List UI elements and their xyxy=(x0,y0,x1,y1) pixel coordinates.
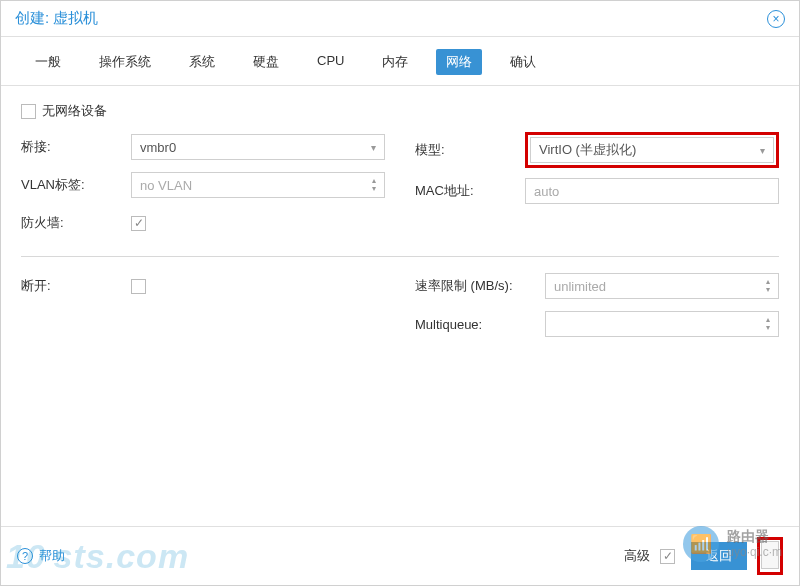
dialog-title: 创建: 虚拟机 xyxy=(15,9,98,28)
rate-input[interactable]: unlimited ▴▾ xyxy=(545,273,779,299)
spinner-icon: ▴▾ xyxy=(766,316,770,332)
mac-input[interactable]: auto xyxy=(525,178,779,204)
tab-confirm[interactable]: 确认 xyxy=(500,49,546,75)
no-network-label: 无网络设备 xyxy=(42,102,107,120)
vlan-input[interactable]: no VLAN ▴▾ xyxy=(131,172,385,198)
advanced-label: 高级 xyxy=(624,547,650,565)
divider xyxy=(21,256,779,257)
right-column: 模型: VirtIO (半虚拟化) ▾ MAC地址: auto xyxy=(415,132,779,246)
left-column: 桥接: vmbr0 ▾ VLAN标签: no VLAN ▴▾ 防火墙: xyxy=(21,132,385,246)
bridge-select[interactable]: vmbr0 ▾ xyxy=(131,134,385,160)
tab-system[interactable]: 系统 xyxy=(179,49,225,75)
help-label: 帮助 xyxy=(39,547,65,565)
spinner-icon: ▴▾ xyxy=(372,177,376,193)
model-select[interactable]: VirtIO (半虚拟化) ▾ xyxy=(530,137,774,163)
create-vm-dialog: 创建: 虚拟机 × 一般 操作系统 系统 硬盘 CPU 内存 网络 确认 无网络… xyxy=(0,0,800,586)
tab-disk[interactable]: 硬盘 xyxy=(243,49,289,75)
spinner-icon: ▴▾ xyxy=(766,278,770,294)
advanced-checkbox[interactable] xyxy=(660,549,675,564)
next-button-highlight xyxy=(757,537,783,575)
title-bar: 创建: 虚拟机 × xyxy=(1,1,799,37)
tabs: 一般 操作系统 系统 硬盘 CPU 内存 网络 确认 xyxy=(1,37,799,86)
chevron-down-icon: ▾ xyxy=(760,145,765,156)
tab-os[interactable]: 操作系统 xyxy=(89,49,161,75)
firewall-label: 防火墙: xyxy=(21,214,131,232)
chevron-down-icon: ▾ xyxy=(371,142,376,153)
bridge-label: 桥接: xyxy=(21,138,131,156)
tab-general[interactable]: 一般 xyxy=(25,49,71,75)
no-network-checkbox[interactable] xyxy=(21,104,36,119)
footer: ? 帮助 高级 返回 xyxy=(1,526,799,585)
vlan-value: no VLAN xyxy=(140,178,192,193)
vlan-label: VLAN标签: xyxy=(21,176,131,194)
disconnect-label: 断开: xyxy=(21,277,131,295)
bridge-value: vmbr0 xyxy=(140,140,176,155)
tab-memory[interactable]: 内存 xyxy=(372,49,418,75)
tab-network[interactable]: 网络 xyxy=(436,49,482,75)
rate-label: 速率限制 (MB/s): xyxy=(415,277,545,295)
multiqueue-label: Multiqueue: xyxy=(415,317,545,332)
disconnect-checkbox[interactable] xyxy=(131,279,146,294)
model-label: 模型: xyxy=(415,141,525,159)
rate-value: unlimited xyxy=(554,279,606,294)
firewall-checkbox[interactable] xyxy=(131,216,146,231)
help-button[interactable]: ? 帮助 xyxy=(17,547,65,565)
help-icon: ? xyxy=(17,548,33,564)
close-icon[interactable]: × xyxy=(767,10,785,28)
mac-value: auto xyxy=(534,184,559,199)
form-body: 无网络设备 桥接: vmbr0 ▾ VLAN标签: no VLAN ▴▾ xyxy=(1,86,799,526)
no-network-row: 无网络设备 xyxy=(21,102,779,120)
mac-label: MAC地址: xyxy=(415,182,525,200)
next-button[interactable] xyxy=(761,541,779,569)
tab-cpu[interactable]: CPU xyxy=(307,49,354,75)
multiqueue-input[interactable]: ▴▾ xyxy=(545,311,779,337)
model-value: VirtIO (半虚拟化) xyxy=(539,141,636,159)
back-button[interactable]: 返回 xyxy=(691,542,747,570)
